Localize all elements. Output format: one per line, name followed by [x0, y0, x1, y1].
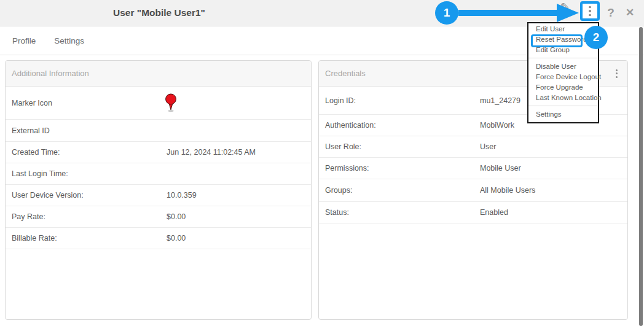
annotation-arrow [458, 2, 579, 23]
row-value: $0.00 [167, 212, 311, 221]
user-details-dialog: User "Mobile User1" ✎ ? ✕ 1 Profile Sett… [0, 0, 644, 326]
table-row: Permissions: Mobile User [319, 158, 627, 179]
additional-information-header: Additional Information [6, 61, 311, 87]
table-row: Created Time: Jun 12, 2024 11:02:45 AM [6, 142, 311, 163]
menu-item-settings[interactable]: Settings [528, 109, 598, 120]
row-value: Enabled [480, 208, 627, 217]
table-row: Pay Rate: $0.00 [6, 206, 311, 228]
kebab-dot [616, 69, 618, 71]
row-label: Permissions: [325, 164, 480, 173]
row-label: Groups: [325, 186, 480, 195]
table-row: Last Login Time: [6, 163, 311, 185]
row-label: Created Time: [12, 148, 167, 157]
menu-divider [528, 58, 598, 58]
panel-title: Credentials [325, 69, 366, 78]
credentials-kebab-icon[interactable] [616, 69, 618, 78]
additional-information-panel: Additional Information Marker Icon Exter… [5, 60, 312, 320]
kebab-dot [589, 6, 591, 9]
row-value: 10.0.359 [167, 191, 311, 200]
row-label: User Device Version: [12, 191, 167, 200]
row-label: Pay Rate: [12, 212, 167, 221]
row-value: User [480, 142, 627, 151]
panel-title: Additional Information [12, 69, 89, 78]
tab-settings[interactable]: Settings [54, 36, 84, 45]
row-label: Login ID: [325, 96, 480, 105]
row-label: Authentication: [325, 121, 480, 130]
row-value [167, 93, 311, 112]
row-label: Status: [325, 208, 480, 217]
kebab-dot [616, 72, 618, 74]
more-actions-kebab-icon[interactable] [580, 1, 600, 21]
table-row: External ID [6, 120, 311, 142]
close-icon[interactable]: ✕ [622, 0, 638, 26]
tab-profile[interactable]: Profile [12, 36, 36, 45]
dialog-title: User "Mobile User1" [0, 0, 318, 26]
reset-password-highlight-box [531, 34, 583, 47]
annotation-step-2-badge: 2 [584, 26, 608, 49]
row-label: User Role: [325, 142, 480, 151]
menu-item-force-device-logout[interactable]: Force Device Logout [528, 72, 598, 82]
annotation-step-1-badge: 1 [435, 1, 458, 25]
kebab-dot [589, 10, 591, 12]
table-row: User Device Version: 10.0.359 [6, 185, 311, 206]
row-label: External ID [12, 126, 167, 135]
row-value: $0.00 [167, 234, 311, 243]
red-map-marker-icon [163, 93, 178, 112]
table-row: Groups: All Mobile Users [319, 179, 627, 202]
menu-item-disable-user[interactable]: Disable User [528, 61, 598, 72]
kebab-dot [616, 76, 618, 78]
row-label: Billable Rate: [12, 234, 167, 243]
row-label: Marker Icon [12, 99, 167, 107]
table-row: User Role: User [319, 136, 627, 158]
help-icon[interactable]: ? [603, 0, 618, 26]
table-row: Billable Rate: $0.00 [6, 228, 311, 249]
row-value: All Mobile Users [480, 186, 627, 195]
kebab-dot [589, 14, 591, 17]
table-row: Status: Enabled [319, 202, 627, 223]
menu-item-force-upgrade[interactable]: Force Upgrade [528, 82, 598, 93]
row-value: Jun 12, 2024 11:02:45 AM [167, 148, 311, 157]
table-row: Marker Icon [6, 87, 311, 120]
menu-divider [528, 106, 598, 106]
row-value: Mobile User [480, 164, 627, 173]
menu-item-last-known-location[interactable]: Last Known Location [528, 93, 598, 103]
row-label: Last Login Time: [12, 169, 167, 178]
vertical-scrollbar[interactable] [639, 27, 643, 326]
